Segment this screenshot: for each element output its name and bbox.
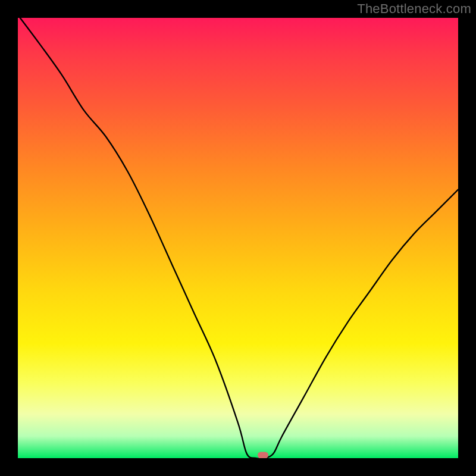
chart-frame: TheBottleneck.com (0, 0, 476, 476)
watermark-label: TheBottleneck.com (357, 1, 471, 17)
optimal-point-marker (258, 452, 268, 459)
bottleneck-curve (18, 18, 458, 458)
plot-area (18, 18, 458, 458)
